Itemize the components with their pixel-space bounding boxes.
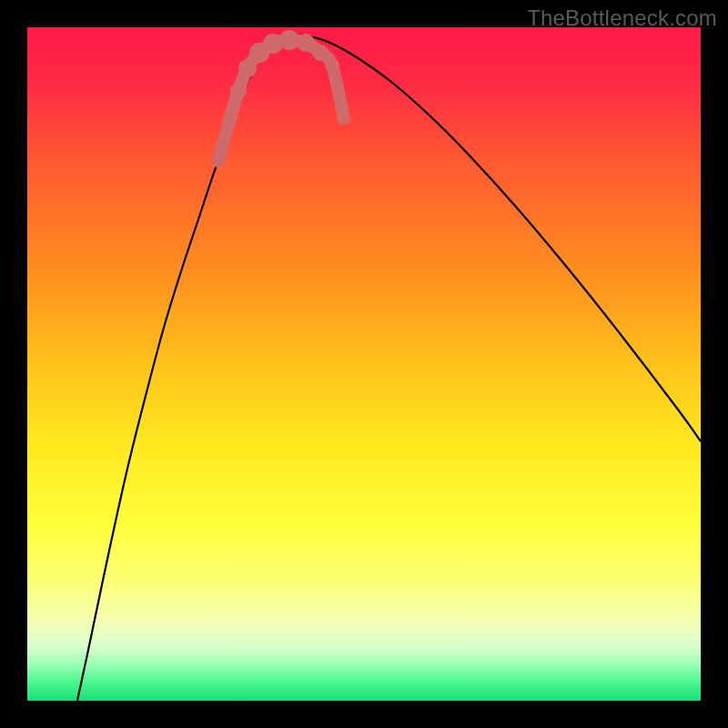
marker-dot [212, 155, 225, 167]
marker-dot [325, 58, 339, 73]
outer-frame: TheBottleneck.com [0, 0, 728, 728]
marker-dot [230, 83, 247, 99]
marker-dot [238, 59, 257, 77]
marker-dot [297, 34, 315, 52]
chart-svg [27, 27, 701, 701]
marker-dot [312, 45, 329, 61]
bottleneck-curve [77, 35, 701, 701]
marker-dot [223, 111, 238, 126]
plot-area [27, 27, 701, 701]
watermark-text: TheBottleneck.com [527, 5, 717, 31]
highlight-markers [212, 30, 350, 167]
marker-dot [338, 112, 350, 125]
marker-dot [279, 30, 299, 50]
